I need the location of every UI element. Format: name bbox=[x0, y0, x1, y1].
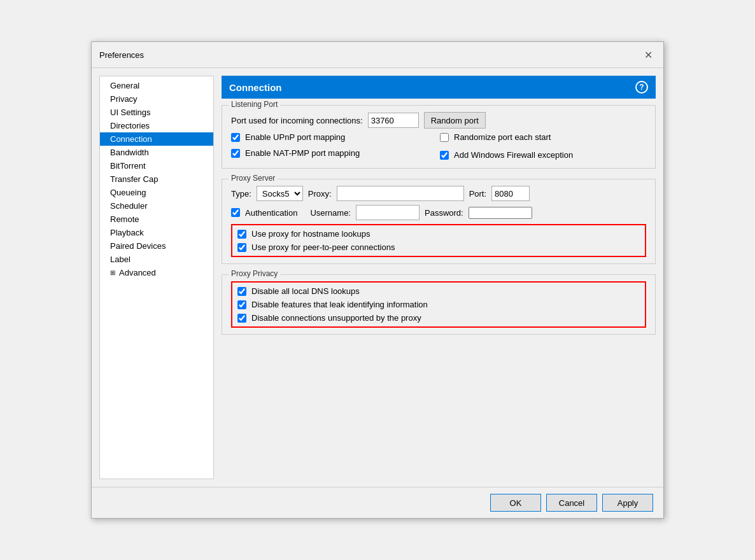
proxy-type-label: Type: bbox=[231, 189, 251, 199]
sidebar-item-bittorrent[interactable]: BitTorrent bbox=[100, 159, 213, 172]
proxy-type-select[interactable]: Socks5 None Socks4 HTTP bbox=[257, 186, 303, 201]
disable-features-checkbox[interactable] bbox=[237, 300, 246, 309]
help-icon[interactable]: ? bbox=[635, 81, 648, 94]
checkbox-row-1: Enable UPnP port mapping Randomize port … bbox=[231, 132, 646, 162]
expand-icon: ⊞ bbox=[110, 269, 118, 276]
hostname-lookup-row: Use proxy for hostname lookups bbox=[237, 229, 640, 239]
disable-connections-row: Disable connections unsupported by the p… bbox=[237, 313, 640, 323]
upnp-checkbox[interactable] bbox=[231, 133, 240, 142]
nat-label: Enable NAT-PMP port mapping bbox=[245, 148, 360, 158]
proxy-privacy-group: Proxy Privacy Disable all local DNS look… bbox=[222, 274, 656, 335]
sidebar-item-queueing[interactable]: Queueing bbox=[100, 186, 213, 199]
upnp-label: Enable UPnP port mapping bbox=[245, 132, 345, 142]
randomize-port-checkbox[interactable] bbox=[440, 133, 449, 142]
random-port-button[interactable]: Random port bbox=[424, 112, 486, 129]
sidebar-item-paired-devices[interactable]: Paired Devices bbox=[100, 239, 213, 253]
sidebar-item-advanced[interactable]: ⊞ Advanced bbox=[100, 266, 213, 279]
port-label: Port used for incoming connections: bbox=[231, 116, 363, 125]
randomize-port-label: Randomize port each start bbox=[454, 132, 551, 142]
section-title: Connection bbox=[229, 82, 282, 93]
proxy-server-group: Proxy Server Type: Socks5 None Socks4 HT… bbox=[222, 179, 656, 264]
sidebar-item-bandwidth[interactable]: Bandwidth bbox=[100, 146, 213, 159]
proxy-port-input[interactable] bbox=[491, 186, 530, 201]
sidebar-item-scheduler[interactable]: Scheduler bbox=[100, 199, 213, 213]
auth-row: Authentication Username: Password: bbox=[231, 205, 646, 220]
sidebar-item-general[interactable]: General bbox=[100, 79, 213, 92]
disable-features-row: Disable features that leak identifying i… bbox=[237, 300, 640, 309]
sidebar-item-directories[interactable]: Directories bbox=[100, 119, 213, 132]
nat-row: Enable NAT-PMP port mapping bbox=[231, 148, 437, 158]
preferences-dialog: Preferences ✕ General Privacy UI Setting… bbox=[91, 41, 664, 519]
randomize-port-row: Randomize port each start bbox=[440, 132, 646, 142]
close-button[interactable]: ✕ bbox=[640, 47, 656, 62]
firewall-checkbox[interactable] bbox=[440, 151, 449, 160]
section-header: Connection ? bbox=[222, 76, 656, 99]
hostname-lookup-label: Use proxy for hostname lookups bbox=[251, 229, 370, 239]
disable-connections-checkbox[interactable] bbox=[237, 314, 246, 323]
sidebar-item-advanced-label: Advanced bbox=[119, 268, 156, 277]
peer-connection-label: Use proxy for peer-to-peer connections bbox=[251, 242, 395, 252]
sidebar-item-playback[interactable]: Playback bbox=[100, 226, 213, 239]
apply-button[interactable]: Apply bbox=[602, 494, 653, 512]
ok-button[interactable]: OK bbox=[490, 494, 541, 512]
peer-connection-checkbox[interactable] bbox=[237, 243, 246, 252]
disable-dns-label: Disable all local DNS lookups bbox=[251, 286, 360, 296]
dialog-footer: OK Cancel Apply bbox=[92, 487, 663, 518]
proxy-options-highlighted: Use proxy for hostname lookups Use proxy… bbox=[231, 224, 646, 257]
proxy-addr-label: Proxy: bbox=[308, 189, 332, 199]
proxy-address-input[interactable] bbox=[337, 186, 464, 201]
disable-dns-row: Disable all local DNS lookups bbox=[237, 286, 640, 296]
firewall-label: Add Windows Firewall exception bbox=[454, 150, 573, 160]
dialog-title: Preferences bbox=[99, 50, 144, 60]
username-input[interactable] bbox=[356, 205, 420, 220]
firewall-row: Add Windows Firewall exception bbox=[440, 148, 646, 162]
proxy-port-label: Port: bbox=[469, 189, 486, 199]
auth-label: Authentication bbox=[245, 208, 297, 218]
sidebar-item-connection[interactable]: Connection bbox=[100, 132, 213, 146]
nat-checkbox[interactable] bbox=[231, 149, 240, 158]
port-row: Port used for incoming connections: Rand… bbox=[231, 112, 646, 129]
disable-dns-checkbox[interactable] bbox=[237, 287, 246, 296]
password-label: Password: bbox=[425, 208, 463, 218]
sidebar-item-label[interactable]: Label bbox=[100, 253, 213, 266]
sidebar-item-privacy[interactable]: Privacy bbox=[100, 92, 213, 106]
sidebar-item-remote[interactable]: Remote bbox=[100, 213, 213, 226]
sidebar: General Privacy UI Settings Directories … bbox=[99, 76, 214, 479]
sidebar-item-ui-settings[interactable]: UI Settings bbox=[100, 106, 213, 119]
port-input[interactable] bbox=[368, 113, 419, 128]
listening-port-group: Listening Port Port used for incoming co… bbox=[222, 105, 656, 169]
hostname-lookup-checkbox[interactable] bbox=[237, 230, 246, 239]
peer-connection-row: Use proxy for peer-to-peer connections bbox=[237, 242, 640, 252]
disable-connections-label: Disable connections unsupported by the p… bbox=[251, 313, 421, 323]
proxy-privacy-label: Proxy Privacy bbox=[229, 269, 280, 278]
auth-checkbox[interactable] bbox=[231, 208, 240, 217]
disable-features-label: Disable features that leak identifying i… bbox=[251, 300, 428, 309]
proxy-server-label: Proxy Server bbox=[229, 174, 278, 183]
proxy-privacy-highlighted: Disable all local DNS lookups Disable fe… bbox=[231, 281, 646, 328]
sidebar-item-transfer-cap[interactable]: Transfer Cap bbox=[100, 172, 213, 186]
proxy-type-row: Type: Socks5 None Socks4 HTTP Proxy: Por… bbox=[231, 186, 646, 201]
cancel-button[interactable]: Cancel bbox=[546, 494, 597, 512]
title-bar: Preferences ✕ bbox=[92, 42, 663, 68]
upnp-row: Enable UPnP port mapping bbox=[231, 132, 437, 142]
password-input[interactable] bbox=[469, 207, 532, 219]
content-area: Connection ? Listening Port Port used fo… bbox=[222, 76, 656, 479]
username-label: Username: bbox=[310, 208, 351, 218]
dialog-body: General Privacy UI Settings Directories … bbox=[92, 68, 663, 487]
listening-port-label: Listening Port bbox=[229, 100, 280, 109]
